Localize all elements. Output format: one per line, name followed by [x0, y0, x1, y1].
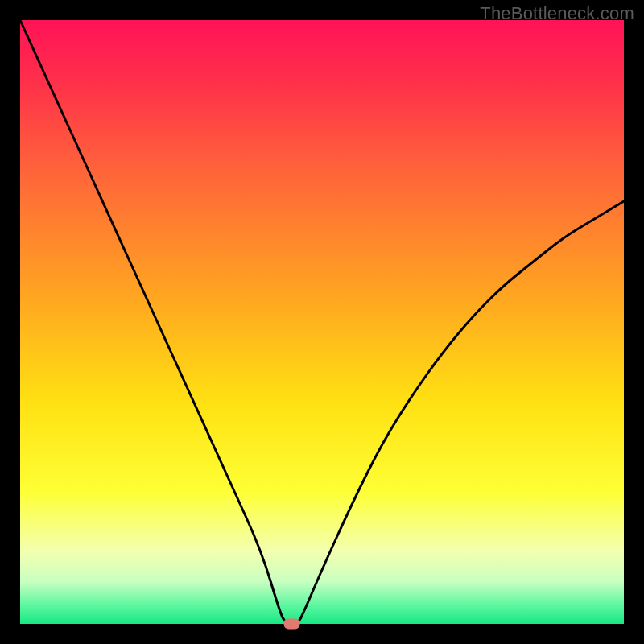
bottleneck-chart: [0, 0, 644, 644]
plot-background: [20, 20, 624, 624]
min-marker: [284, 619, 300, 630]
chart-frame: TheBottleneck.com: [0, 0, 644, 644]
watermark-text: TheBottleneck.com: [480, 3, 634, 24]
